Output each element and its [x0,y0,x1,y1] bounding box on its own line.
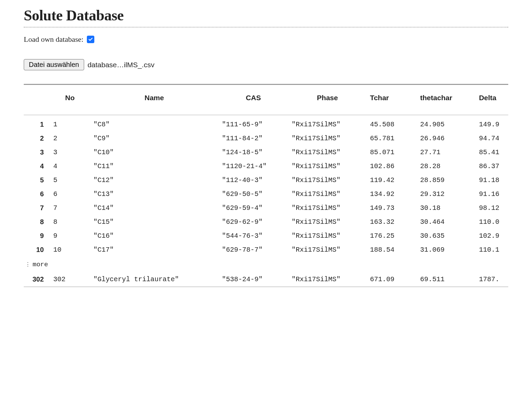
row-index: 6 [24,187,50,201]
cell-delta: 91.18 [476,173,508,187]
table-row: 1010"C17""629-78-7""Rxi17SilMS"188.5431.… [24,243,508,257]
cell-delta: 85.41 [476,145,508,159]
cell-cas: "538-24-9" [218,272,288,287]
choose-file-button[interactable]: Datei auswählen [24,59,84,70]
row-index: 7 [24,201,50,215]
table-row: 33"C10""124-18-5""Rxi17SilMS"85.07127.71… [24,145,508,159]
table-row: 22"C9""111-84-2""Rxi17SilMS"65.78126.946… [24,131,508,145]
cell-thetachar: 29.312 [417,187,475,201]
cell-delta: 86.37 [476,159,508,173]
cell-phase: "Rxi17SilMS" [288,145,366,159]
cell-no: 9 [50,229,90,243]
cell-no: 3 [50,145,90,159]
cell-thetachar: 28.859 [417,173,475,187]
cell-phase: "Rxi17SilMS" [288,159,366,173]
load-database-label: Load own database: [24,35,83,44]
cell-phase: "Rxi17SilMS" [288,131,366,145]
cell-cas: "629-50-5" [218,187,288,201]
row-index: 3 [24,145,50,159]
col-header-name[interactable]: Name [90,85,218,115]
more-rows-indicator[interactable]: ⋮more [24,257,508,272]
cell-thetachar: 24.905 [417,115,475,132]
col-header-blank [24,85,50,115]
cell-phase: "Rxi17SilMS" [288,229,366,243]
cell-tchar: 134.92 [367,187,417,201]
cell-phase: "Rxi17SilMS" [288,115,366,132]
cell-tchar: 188.54 [367,243,417,257]
cell-phase: "Rxi17SilMS" [288,201,366,215]
cell-thetachar: 69.511 [417,272,475,287]
col-header-delta[interactable]: Delta [476,85,508,115]
cell-delta: 1787. [476,272,508,287]
cell-no: 6 [50,187,90,201]
table-row: 302302"Glyceryl trilaurate""538-24-9""Rx… [24,272,508,287]
cell-thetachar: 30.464 [417,215,475,229]
cell-delta: 102.9 [476,229,508,243]
cell-no: 2 [50,131,90,145]
load-database-checkbox[interactable] [87,36,94,43]
cell-thetachar: 31.069 [417,243,475,257]
cell-no: 5 [50,173,90,187]
cell-cas: "124-18-5" [218,145,288,159]
cell-cas: "112-40-3" [218,173,288,187]
row-index: 8 [24,215,50,229]
row-index: 5 [24,173,50,187]
row-index: 2 [24,131,50,145]
cell-name: "C12" [90,173,218,187]
cell-cas: "629-62-9" [218,215,288,229]
cell-delta: 110.0 [476,215,508,229]
table-row: 11"C8""111-65-9""Rxi17SilMS"45.50824.905… [24,115,508,132]
col-header-no[interactable]: No [50,85,90,115]
cell-tchar: 45.508 [367,115,417,132]
check-icon [88,37,93,42]
cell-no: 10 [50,243,90,257]
cell-phase: "Rxi17SilMS" [288,173,366,187]
cell-cas: "629-78-7" [218,243,288,257]
cell-tchar: 176.25 [367,229,417,243]
cell-name: "C13" [90,187,218,201]
cell-tchar: 102.86 [367,159,417,173]
cell-name: "C9" [90,131,218,145]
cell-name: "C17" [90,243,218,257]
cell-tchar: 671.09 [367,272,417,287]
cell-delta: 149.9 [476,115,508,132]
col-header-thetachar[interactable]: thetachar [417,85,475,115]
cell-name: "Glyceryl trilaurate" [90,272,218,287]
cell-delta: 110.1 [476,243,508,257]
cell-no: 8 [50,215,90,229]
cell-cas: "111-65-9" [218,115,288,132]
cell-phase: "Rxi17SilMS" [288,243,366,257]
table-row: 44"C11""1120-21-4""Rxi17SilMS"102.8628.2… [24,159,508,173]
data-table-container: No Name CAS Phase Tchar thetachar Delta … [24,84,508,287]
cell-delta: 94.74 [476,131,508,145]
cell-thetachar: 30.18 [417,201,475,215]
row-index: 1 [24,115,50,132]
vertical-dots-icon: ⋮ [25,261,30,268]
col-header-cas[interactable]: CAS [218,85,288,115]
cell-tchar: 163.32 [367,215,417,229]
cell-phase: "Rxi17SilMS" [288,272,366,287]
row-index: 10 [24,243,50,257]
cell-tchar: 85.071 [367,145,417,159]
selected-filename: database…ilMS_.csv [88,61,154,69]
cell-cas: "1120-21-4" [218,159,288,173]
col-header-tchar[interactable]: Tchar [367,85,417,115]
cell-name: "C14" [90,201,218,215]
col-header-phase[interactable]: Phase [288,85,366,115]
title-divider [24,27,508,28]
solute-table: No Name CAS Phase Tchar thetachar Delta … [24,85,508,287]
cell-name: "C16" [90,229,218,243]
row-index: 4 [24,159,50,173]
cell-phase: "Rxi17SilMS" [288,187,366,201]
cell-thetachar: 26.946 [417,131,475,145]
cell-tchar: 119.42 [367,173,417,187]
cell-cas: "629-59-4" [218,201,288,215]
table-row: 77"C14""629-59-4""Rxi17SilMS"149.7330.18… [24,201,508,215]
cell-delta: 98.12 [476,201,508,215]
row-index: 9 [24,229,50,243]
table-row: 66"C13""629-50-5""Rxi17SilMS"134.9229.31… [24,187,508,201]
page-title: Solute Database [24,7,508,24]
cell-no: 1 [50,115,90,132]
cell-tchar: 149.73 [367,201,417,215]
cell-no: 7 [50,201,90,215]
